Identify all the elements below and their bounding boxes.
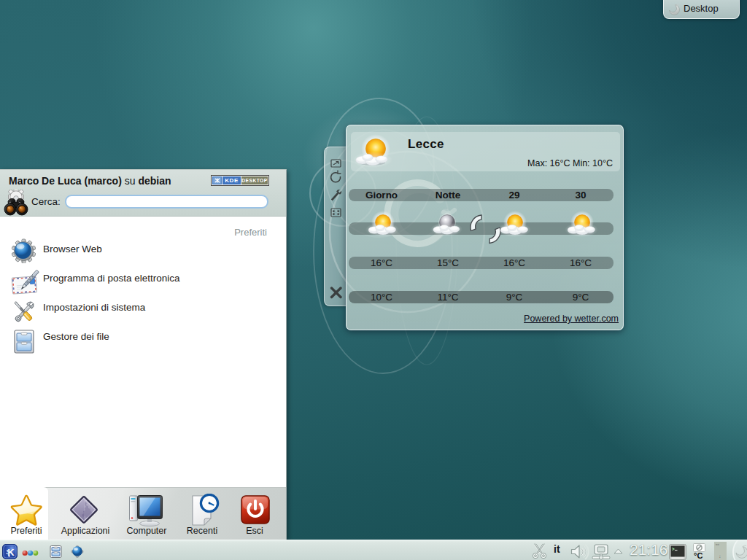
svg-text:KDE: KDE xyxy=(225,177,239,184)
svg-text:DESKTOP: DESKTOP xyxy=(241,178,267,183)
